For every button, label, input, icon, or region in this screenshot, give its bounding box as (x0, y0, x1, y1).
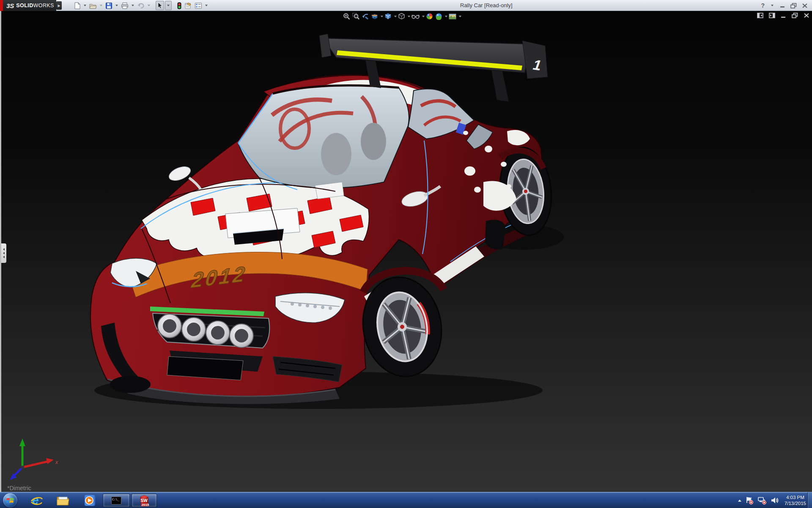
menu-expander-arrow[interactable]: ▶ (56, 1, 62, 10)
print-icon (121, 2, 129, 9)
fender-vent (485, 220, 505, 249)
print-dropdown[interactable] (132, 5, 134, 6)
graphics-viewport[interactable]: 2012 (0, 11, 812, 492)
taskbar-solidworks[interactable]: SW 2015 (132, 494, 157, 507)
svg-text:x: x (55, 459, 58, 465)
view-settings-button[interactable] (448, 13, 457, 20)
previous-view-button[interactable] (361, 12, 370, 20)
window-title: Rally Car [Read-only] (460, 2, 513, 8)
edit-appearance-button[interactable] (425, 12, 434, 20)
edit-appearance-sphere-icon (426, 13, 433, 20)
section-view-dropdown[interactable] (381, 16, 383, 17)
options-dropdown[interactable] (205, 5, 208, 6)
system-tray: 4:03 PM 7/13/2015 (738, 492, 806, 508)
rebuild-traffic-light-icon (177, 2, 182, 9)
apply-scene-button[interactable] (434, 12, 443, 20)
display-style-icon (398, 13, 405, 20)
taskbar-media-player[interactable] (82, 494, 97, 507)
expand-arrow-icon (3, 248, 5, 251)
select-dropdown[interactable] (165, 1, 172, 10)
zoom-to-area-button[interactable] (351, 12, 360, 20)
titlebar[interactable]: 3S SOLIDWORKS ▶ (0, 0, 812, 11)
folder-icon (56, 494, 70, 506)
doc-minimize-button[interactable] (781, 13, 786, 18)
doc-close-button[interactable] (804, 13, 809, 18)
display-style-button[interactable] (397, 12, 406, 20)
open-button[interactable] (88, 1, 98, 10)
main-toolbar (73, 0, 209, 11)
show-hidden-icons-button[interactable] (738, 500, 741, 502)
3d-scene[interactable]: 2012 (1, 11, 812, 492)
taskbar-clock[interactable]: 4:03 PM 7/13/2015 (785, 494, 806, 506)
open-dropdown[interactable] (100, 5, 102, 6)
clock-time: 4:03 PM (785, 494, 806, 500)
section-view-icon (371, 13, 378, 20)
new-document-button[interactable] (73, 1, 82, 10)
media-player-icon (83, 494, 96, 507)
minimize-button[interactable] (780, 3, 785, 8)
undo-button[interactable] (136, 1, 145, 10)
volume-icon[interactable] (771, 497, 779, 504)
expand-arrow-icon (3, 252, 5, 254)
toggle-right-panel-button[interactable] (769, 13, 775, 18)
expand-arrow-icon (3, 256, 5, 258)
reference-triad: x (10, 439, 58, 480)
zoom-to-fit-icon (343, 13, 350, 20)
start-button[interactable] (3, 493, 17, 508)
view-settings-dropdown[interactable] (459, 16, 461, 17)
new-document-dropdown[interactable] (84, 5, 86, 6)
save-button[interactable] (104, 1, 113, 10)
apply-scene-dropdown[interactable] (445, 16, 447, 17)
show-desktop-button[interactable] (807, 492, 812, 508)
file-properties-button[interactable] (184, 1, 193, 10)
hide-show-items-button[interactable] (411, 13, 420, 20)
doc-restore-button[interactable] (792, 13, 798, 18)
taskbar: e C:\_ (0, 492, 812, 508)
save-dropdown[interactable] (115, 5, 118, 6)
solidworks-logo: 3S SOLIDWORKS (3, 0, 56, 11)
options-button[interactable] (194, 1, 203, 10)
svg-text:2015: 2015 (142, 503, 149, 507)
view-orientation-cube-icon (384, 13, 392, 20)
internet-explorer-icon: e (30, 494, 43, 507)
taskbar-internet-explorer[interactable]: e (30, 494, 44, 507)
headsup-view-toolbar (342, 12, 461, 20)
network-status-icon[interactable] (757, 496, 767, 505)
command-prompt-icon: C:\_ (111, 497, 121, 505)
previous-view-icon (362, 13, 369, 20)
windows-flag-icon (6, 497, 14, 504)
zoom-to-fit-button[interactable] (342, 12, 351, 20)
taskbar-windows-explorer[interactable] (56, 494, 70, 507)
help-button[interactable]: ? (761, 2, 765, 9)
document-window-controls (757, 13, 809, 18)
close-button[interactable] (802, 3, 808, 8)
toggle-left-panel-button[interactable] (757, 13, 763, 18)
clock-date: 7/13/2015 (785, 500, 806, 506)
window-controls: ? (761, 0, 808, 11)
view-settings-icon (449, 13, 456, 20)
rebuild-button[interactable] (176, 1, 183, 10)
hide-show-dropdown[interactable] (422, 16, 425, 17)
desktop: 3S SOLIDWORKS ▶ (0, 0, 812, 508)
collapsed-panel-tab[interactable] (1, 243, 6, 263)
taskbar-command-prompt[interactable]: C:\_ (103, 494, 130, 507)
section-view-button[interactable] (370, 12, 379, 20)
save-icon (105, 2, 112, 9)
rally-car-model[interactable]: 2012 (91, 34, 556, 404)
print-button[interactable] (120, 1, 129, 10)
view-orientation-button[interactable] (384, 12, 392, 20)
restore-button[interactable] (790, 3, 797, 8)
apply-scene-sphere-icon (435, 13, 442, 20)
solidworks-2015-icon: SW 2015 (138, 494, 151, 507)
undo-dropdown[interactable] (148, 5, 150, 6)
undo-icon (137, 2, 145, 9)
logo-3s-mark: 3S (6, 2, 14, 9)
new-document-icon (74, 2, 81, 9)
file-properties-icon (184, 2, 192, 9)
view-orientation-dropdown[interactable] (394, 16, 397, 17)
display-style-dropdown[interactable] (408, 16, 410, 17)
help-dropdown[interactable] (771, 5, 774, 6)
hide-show-glasses-icon (411, 13, 420, 19)
action-center-flag-icon[interactable] (745, 496, 754, 505)
select-button[interactable] (156, 1, 164, 10)
